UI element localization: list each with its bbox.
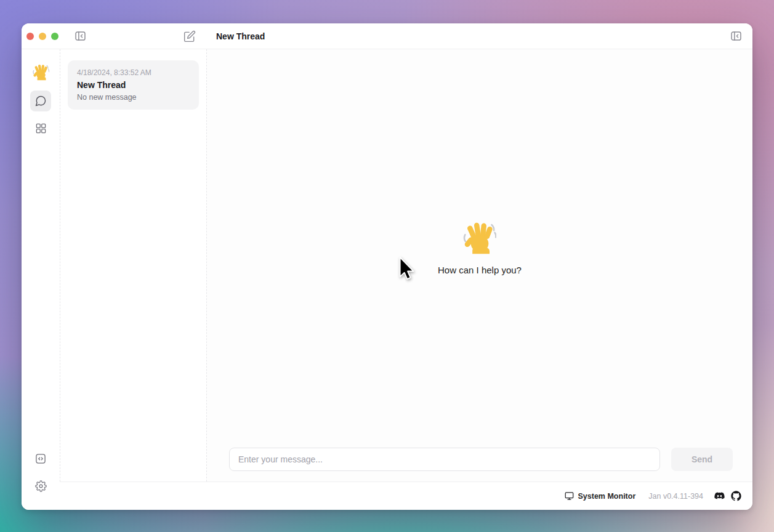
github-link[interactable] bbox=[731, 491, 741, 501]
gear-icon bbox=[35, 480, 47, 492]
page-title: New Thread bbox=[216, 31, 265, 41]
chat-bubble-icon bbox=[34, 95, 47, 107]
app-body: 4/18/2024, 8:33:52 AM New Thread No new … bbox=[22, 49, 752, 510]
thread-list-item[interactable]: 4/18/2024, 8:33:52 AM New Thread No new … bbox=[68, 60, 199, 110]
app-version: Jan v0.4.11-394 bbox=[648, 492, 703, 501]
collapse-right-panel-button[interactable] bbox=[728, 28, 744, 44]
thread-subtitle: No new message bbox=[77, 93, 190, 102]
system-monitor-toggle[interactable]: System Monitor bbox=[565, 491, 636, 501]
greeting-text: How can I help you? bbox=[438, 265, 522, 275]
empty-state: How can I help you? bbox=[207, 49, 752, 448]
compose-icon bbox=[183, 30, 196, 42]
social-links bbox=[714, 490, 741, 502]
message-composer: Send bbox=[207, 448, 752, 482]
new-thread-button[interactable] bbox=[182, 28, 198, 44]
zoom-button[interactable] bbox=[51, 33, 58, 40]
api-server-code-icon bbox=[34, 453, 47, 465]
jan-app-window: New Thread bbox=[22, 23, 752, 510]
panel-collapse-icon bbox=[730, 30, 743, 42]
right-part: 4/18/2024, 8:33:52 AM New Thread No new … bbox=[60, 49, 752, 510]
content-row: 4/18/2024, 8:33:52 AM New Thread No new … bbox=[60, 49, 752, 482]
panel-collapse-icon bbox=[74, 30, 87, 42]
titlebar: New Thread bbox=[22, 23, 752, 49]
github-icon bbox=[731, 491, 741, 501]
system-monitor-label: System Monitor bbox=[578, 492, 636, 501]
discord-icon bbox=[714, 490, 725, 502]
grid-icon bbox=[35, 123, 47, 134]
thread-title: New Thread bbox=[77, 80, 190, 90]
minimize-button[interactable] bbox=[39, 33, 46, 40]
app-logo-wave-icon bbox=[33, 64, 49, 81]
chat-main-panel: How can I help you? Send bbox=[207, 49, 752, 482]
thread-list-panel: 4/18/2024, 8:33:52 AM New Thread No new … bbox=[60, 49, 207, 482]
discord-link[interactable] bbox=[714, 490, 725, 502]
monitor-icon bbox=[565, 491, 574, 501]
send-button[interactable]: Send bbox=[671, 448, 733, 471]
sidebar-item-local-api-server[interactable] bbox=[30, 448, 51, 469]
main-header: New Thread bbox=[207, 23, 752, 49]
status-bar: System Monitor Jan v0.4.11-394 bbox=[60, 482, 752, 510]
thread-list-header bbox=[60, 23, 207, 49]
collapse-left-panel-button[interactable] bbox=[72, 28, 88, 44]
thread-timestamp: 4/18/2024, 8:33:52 AM bbox=[77, 68, 190, 77]
close-button[interactable] bbox=[26, 33, 34, 40]
wave-hand-emoji bbox=[463, 222, 496, 255]
sidebar-item-threads[interactable] bbox=[30, 91, 51, 111]
sidebar-item-systems[interactable] bbox=[30, 118, 51, 139]
sidebar-item-settings[interactable] bbox=[30, 475, 51, 496]
message-input[interactable] bbox=[229, 448, 660, 471]
sidebar-rail bbox=[22, 49, 60, 510]
traffic-lights bbox=[22, 23, 60, 49]
